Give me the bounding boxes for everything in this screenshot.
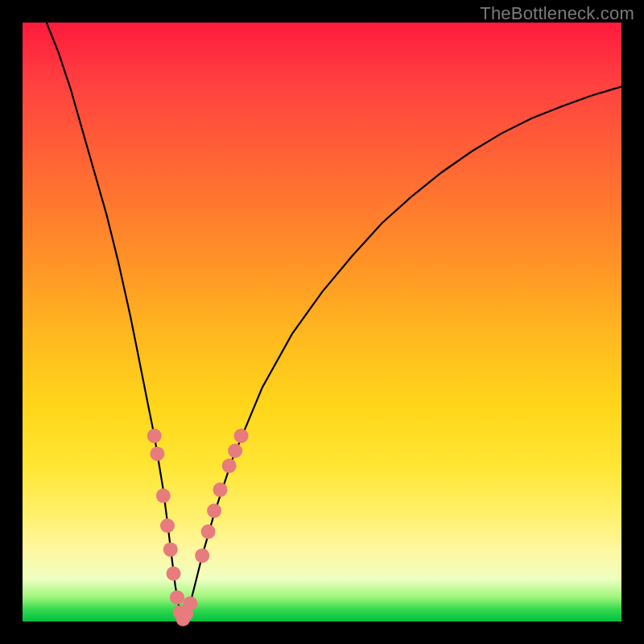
plot-area: [23, 23, 621, 621]
marker-dot: [228, 444, 242, 458]
marker-dot: [163, 543, 178, 557]
marker-dot: [183, 597, 197, 611]
marker-dot: [222, 459, 237, 473]
bottleneck-curve: [23, 23, 621, 621]
marker-dot: [170, 590, 184, 605]
marker-dot: [207, 503, 221, 518]
watermark-text: TheBottleneck.com: [480, 3, 634, 24]
chart-frame: TheBottleneck.com: [0, 0, 644, 644]
marker-dot: [160, 518, 175, 533]
marker-dot: [195, 548, 209, 563]
marker-dot: [147, 428, 162, 443]
marker-dot: [201, 524, 216, 539]
marker-dot: [156, 489, 171, 503]
marker-dot: [213, 482, 228, 497]
marker-dot: [150, 447, 164, 461]
curve-path: [47, 23, 621, 618]
marker-dot: [167, 567, 181, 581]
marker-dot: [234, 428, 249, 443]
